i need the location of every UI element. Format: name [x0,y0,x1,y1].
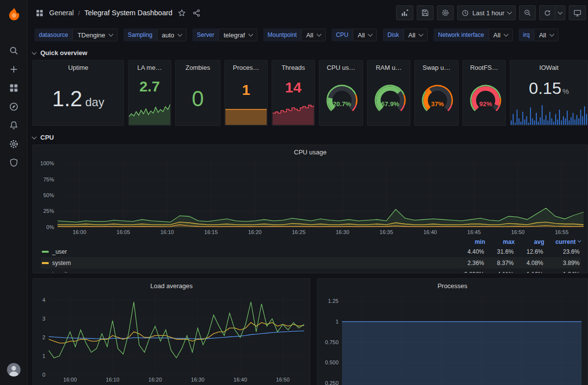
panel-title[interactable]: RAM u… [368,60,410,71]
svg-text:20.7%: 20.7% [333,100,351,108]
user-avatar[interactable] [4,360,24,379]
star-icon[interactable] [177,8,187,18]
main-area: General / Telegraf System Dashboard [28,0,588,385]
create-icon[interactable] [4,60,24,79]
zoom-out-button[interactable] [519,5,536,20]
svg-text:16:40: 16:40 [423,229,437,235]
row-quick-overview[interactable]: Quick overview [32,46,588,59]
sparkline [129,100,170,125]
series-toggle[interactable]: system [42,260,455,267]
legend-min: 0.696% [455,271,484,274]
legend-current: 1.24% [543,271,580,274]
time-range-picker[interactable]: Last 1 hour [457,5,516,20]
search-icon[interactable] [4,41,24,60]
variable-label: datasource [34,29,72,41]
sparkline [225,108,267,125]
panel-title[interactable]: RootFS… [463,60,505,71]
grafana-logo[interactable] [4,5,24,24]
panel-title[interactable]: Swap u… [415,60,458,71]
dashboard-settings-button[interactable] [437,5,454,20]
legend-sort-avg[interactable]: avg [515,238,544,245]
clock-icon [462,9,469,17]
gauge: 20.7% [319,73,363,125]
server-admin-shield-icon[interactable] [4,153,24,172]
variable-value-dropdown[interactable]: All [489,29,513,41]
svg-text:16:10: 16:10 [106,377,120,383]
gauge: 92% [463,73,505,125]
variable-value-dropdown[interactable]: All [301,29,325,41]
breadcrumb-folder[interactable]: General [49,9,74,17]
configuration-gear-icon[interactable] [4,135,24,153]
panel-title[interactable]: Load averages [33,279,310,290]
alerting-bell-icon[interactable] [4,116,24,135]
breadcrumb: General / Telegraf System Dashboard [34,8,202,18]
quick-overview-panels: Uptime 1.2 day LA me… 2.7 Zombies [32,60,588,126]
svg-text:16:35: 16:35 [379,229,393,235]
svg-text:16:55: 16:55 [555,229,569,235]
gauge: 37% [415,73,458,125]
sort-chevron-icon [578,239,581,242]
panel-title[interactable]: Proces… [225,60,267,71]
series-toggle[interactable]: iowait [42,271,455,274]
panel-title[interactable]: Zombies [176,60,220,71]
legend-sort-current[interactable]: current [544,238,581,245]
add-panel-button[interactable] [396,5,413,20]
variable-value-dropdown[interactable]: auto [157,29,186,41]
svg-text:92%: 92% [479,100,492,108]
apps-grid-icon[interactable] [34,8,45,18]
svg-text:16:45: 16:45 [467,229,481,235]
zoom-out-icon [524,9,531,17]
legend-sort-max[interactable]: max [485,238,515,245]
legend-sort-min[interactable]: min [456,238,485,245]
explore-compass-icon[interactable] [4,97,24,116]
variable-label: Server [192,29,218,41]
sidebar [0,0,28,385]
svg-text:16:30: 16:30 [191,377,205,383]
variable-value-dropdown[interactable]: All [534,29,558,41]
refresh-interval-dropdown[interactable] [555,5,565,20]
share-icon[interactable] [191,8,202,18]
panel-title[interactable]: IOWait [510,60,588,71]
panel-zombies: Zombies 0 [175,60,220,126]
variable-value-dropdown[interactable]: telegraf [218,29,257,41]
panel-title[interactable]: Processes [317,279,588,290]
row-collapse-chevron-icon [32,50,37,55]
legend-min: 4.40% [455,248,484,255]
variable-value-dropdown[interactable]: All [403,29,428,41]
panel-load-averages: Load averages 16:0016:1016:2016:3016:401… [32,278,310,385]
variable-label: CPU [332,29,353,41]
svg-text:100%: 100% [40,160,54,166]
refresh-button[interactable] [539,5,555,20]
variable-value-dropdown[interactable]: All [353,29,377,41]
stat-value: 1.2 [52,88,82,110]
svg-text:2: 2 [42,334,45,340]
panel-processes: Processes 0.2500.5000.75011.25 [317,278,588,385]
refresh-split-button [539,5,565,20]
svg-text:16:00: 16:00 [73,229,87,235]
variable-label: Sampling [124,29,157,41]
gauge: 67.9% [368,73,410,125]
panel-title[interactable]: Threads [272,60,314,71]
panel-title[interactable]: CPU usage [33,145,588,156]
panel-uptime: Uptime 1.2 day [32,60,124,126]
cycle-view-button[interactable] [569,5,586,20]
row-cpu[interactable]: CPU [32,131,588,144]
refresh-icon [544,9,551,17]
legend-row: iowait 0.696% 4.11% 1.10% 1.24% [41,268,581,273]
panel-processes-stat: Proces… 1 [224,60,268,126]
dashboards-icon[interactable] [4,79,24,97]
svg-text:1.25: 1.25 [328,298,339,304]
panel-title[interactable]: CPU us… [319,60,363,71]
cpu-usage-chart: 16:0016:0516:1016:1516:2016:2516:3016:35… [38,160,586,236]
chevron-down-icon [507,9,512,14]
chevron-down-icon [178,31,183,36]
chevron-down-icon [248,31,253,36]
svg-text:0: 0 [42,372,45,378]
variable-value-dropdown[interactable]: TDengine [72,29,117,41]
legend-avg: 4.08% [514,260,543,267]
save-dashboard-button[interactable] [417,5,433,20]
panel-title[interactable]: LA me… [128,60,171,71]
grafana-flame-icon [6,7,21,22]
panel-title[interactable]: Uptime [33,60,124,71]
series-toggle[interactable]: _user [42,248,455,255]
